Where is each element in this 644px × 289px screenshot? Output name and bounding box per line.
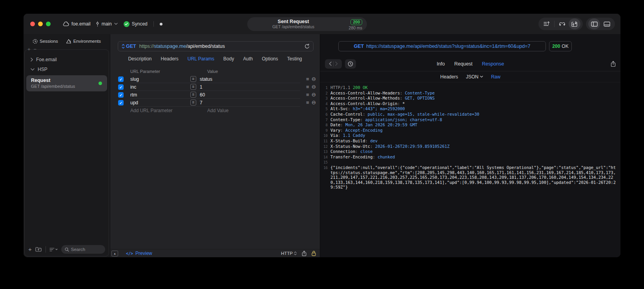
param-checkbox[interactable]: ✓ [118,100,124,105]
toggle-bottom-panel-icon[interactable] [601,18,613,29]
line-number: 2 [320,91,330,96]
share-icon[interactable] [302,251,306,256]
toolbar-icon-group [538,18,583,30]
sort-filter-icon[interactable] [49,247,58,252]
new-folder-icon[interactable] [35,247,42,252]
param-checkbox[interactable]: ✓ [118,92,124,98]
sync-status[interactable]: Synced [124,21,148,27]
add-request-button[interactable]: + [28,247,32,252]
response-tab-request[interactable]: Request [454,61,473,67]
request-method[interactable]: GET [126,44,136,49]
response-view-tab-json[interactable]: JSON [466,74,483,80]
request-tab-testing[interactable]: Testing [287,56,302,62]
sent-request-pill[interactable]: Sent Request GET /api/embed/status 200 2… [247,17,367,31]
add-value-placeholder[interactable]: Add Value [207,108,229,113]
equals-operator-icon[interactable]: = [190,76,196,82]
param-checkbox[interactable]: ✓ [118,84,124,90]
sidebar-tab-environments[interactable]: Environments [66,39,101,44]
code-line: 9Vary: Accept-Encoding [320,128,620,133]
tree-item-hsp[interactable]: HSP [25,64,109,74]
close-window-button[interactable] [30,22,35,26]
minimize-window-button[interactable] [38,22,43,26]
response-view-tab-raw[interactable]: Raw [491,74,500,80]
equals-operator-icon[interactable]: = [190,84,196,90]
param-value-field[interactable]: 7 [200,100,203,105]
search-input[interactable]: Search [61,245,105,254]
param-name-field[interactable]: upd [130,100,190,105]
method-stepper-icon[interactable] [122,44,125,49]
app-window: foe.email main Synced [24,14,620,257]
back-button[interactable] [327,62,333,66]
response-tab-info[interactable]: Info [437,61,445,67]
request-tab-auth[interactable]: Auth [243,56,253,62]
param-name-field[interactable]: slug [130,76,190,82]
preview-button[interactable]: </> Preview [126,251,152,256]
param-value-field[interactable]: 1 [200,84,203,90]
add-session-button[interactable]: + [27,46,31,52]
expand-panel-icon[interactable]: ▲ [111,251,118,256]
code-line: 15 [320,160,620,165]
zoom-window-button[interactable] [46,22,51,26]
forward-button[interactable] [334,62,339,66]
chevron-right-icon [31,58,33,62]
equals-operator-icon[interactable]: = [190,92,196,98]
export-response-icon[interactable] [611,61,616,67]
param-checkbox[interactable]: ✓ [118,76,124,82]
toggle-sidebar-icon[interactable] [588,18,600,29]
tree-item-label: HSP [38,67,47,72]
project-menu[interactable]: foe.email [62,21,91,27]
add-parameter-row[interactable]: Add URL Parameter Add Value [110,107,320,115]
sidebar-tab-sessions[interactable]: Sessions [33,39,58,44]
code-line: 16{"incidents":null,"overall":{"code":"o… [320,165,620,190]
tree-item-foe-email[interactable]: Foe.email [25,55,109,64]
project-name: foe.email [71,21,91,27]
code-line: 8Date: Mon, 26 Jan 2026 20:29:59 GMT [320,122,620,128]
request-tab-url-params[interactable]: URL Params [188,56,214,62]
add-parameter-placeholder[interactable]: Add URL Parameter [130,108,197,113]
protocol-selector[interactable]: HTTP [281,251,297,256]
request-tab-description[interactable]: Description [128,56,151,62]
equals-operator-icon[interactable]: = [190,100,196,105]
sort-requests-icon[interactable] [541,18,553,29]
compare-requests-icon[interactable] [556,18,568,29]
param-row-rtm: ✓rtm=60≡⊖ [110,91,320,99]
tree-item-label: Foe.email [36,57,57,62]
request-duration: 280 ms [349,25,362,30]
request-tab-body[interactable]: Body [223,56,234,62]
preview-label: Preview [135,251,152,256]
response-tab-response[interactable]: Response [482,61,504,67]
sessions-panel: Foe.email HSP Request GET /api/embed/sta… [24,49,109,256]
history-clock-icon[interactable] [345,59,356,69]
param-value-field[interactable]: status [200,76,212,82]
remove-param-icon[interactable]: ⊖ [312,77,316,82]
request-tab-headers[interactable]: Headers [161,56,178,62]
remove-param-icon[interactable]: ⊖ [312,85,316,89]
remove-param-icon[interactable]: ⊖ [312,93,316,97]
remove-session-button[interactable]: − [34,46,37,52]
lock-icon[interactable] [312,251,316,256]
param-name-field[interactable]: inc [130,84,190,90]
drag-handle-icon[interactable]: ≡ [306,77,309,81]
request-tab-options[interactable]: Options [262,56,278,62]
sidebar-request-item-selected[interactable]: Request GET /api/embed/status [26,75,107,91]
response-view-tab-headers[interactable]: Headers [440,74,458,80]
import-export-icon[interactable] [569,18,580,29]
code-line: 10Via: 1.1 Caddy [320,133,620,138]
sent-request-url[interactable]: GET https://statuspage.me/api/embed/stat… [338,41,546,51]
param-value-field[interactable]: 60 [200,92,205,98]
code-line: 14Transfer-Encoding: chunked [320,154,620,160]
drag-handle-icon[interactable]: ≡ [306,93,309,97]
response-tab-bar: InfoRequestResponse [320,61,620,67]
param-name-field[interactable]: rtm [130,92,190,98]
drag-handle-icon[interactable]: ≡ [306,101,309,105]
chevron-down-icon [31,68,35,71]
protocol-label: HTTP [281,251,293,256]
request-url-bar[interactable]: GET https://statuspage.me/api/embed/stat… [118,41,314,51]
sent-url: https://statuspage.me/api/embed/status?s… [366,44,530,49]
drag-handle-icon[interactable]: ≡ [306,85,309,89]
synced-check-icon [124,21,130,27]
remove-param-icon[interactable]: ⊖ [312,100,316,105]
branch-selector[interactable]: main [96,21,118,27]
send-refresh-icon[interactable] [305,44,310,49]
code-line: 6Cache-Control: public, max-age=15, stal… [320,112,620,117]
